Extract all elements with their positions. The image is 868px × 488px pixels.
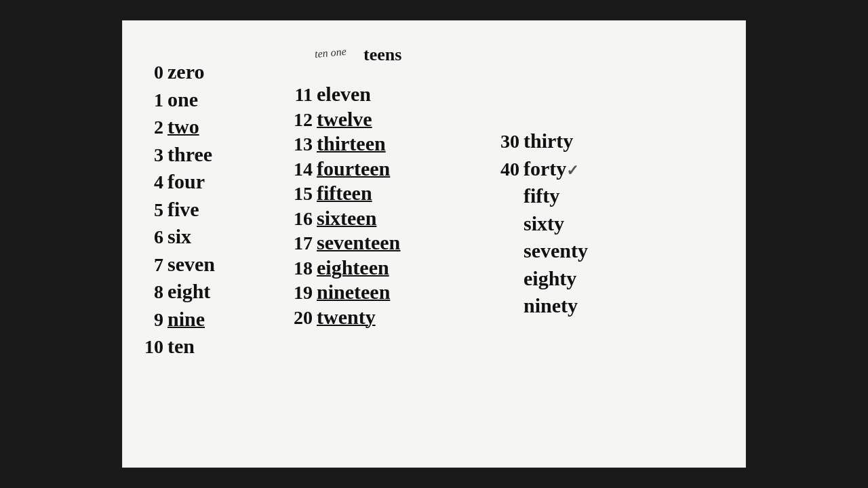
word-seventeen: seventeen	[317, 231, 400, 255]
number-17: 17	[282, 232, 313, 254]
word-sixteen: sixteen	[317, 207, 376, 230]
number-16: 16	[282, 208, 313, 230]
word-eleven: eleven	[317, 83, 371, 106]
word-thirteen: thirteen	[317, 132, 386, 156]
word-fifteen: fifteen	[317, 182, 372, 205]
row-eight: 8eight	[133, 280, 282, 304]
word-one: one	[167, 88, 198, 112]
word-ninety: ninety	[524, 294, 578, 318]
number-10: 10	[133, 336, 163, 358]
word-seventy: seventy	[524, 239, 588, 263]
column-1: 0zero1one2two3three4four5five6six7seven8…	[133, 41, 282, 453]
number-1: 1	[133, 89, 163, 111]
number-20: 20	[282, 307, 313, 329]
word-eighteen: eighteen	[317, 256, 389, 280]
word-zero: zero	[167, 60, 204, 84]
row-nineteen: 19nineteen	[282, 281, 492, 304]
word-eight: eight	[167, 280, 210, 304]
word-three: three	[167, 143, 212, 167]
number-8: 8	[133, 281, 163, 303]
row-ninety: 90ninety	[492, 294, 662, 318]
row-four: 4four	[133, 170, 282, 194]
number-19: 19	[282, 282, 313, 304]
word-forty: forty✓	[524, 157, 578, 181]
word-fifty: fifty	[524, 184, 559, 208]
row-fifteen: 15fifteen	[282, 182, 492, 205]
number-15: 15	[282, 183, 313, 205]
ten-one-label: ten one	[314, 45, 347, 60]
row-fifty: 50fifty	[492, 184, 662, 208]
word-seven: seven	[167, 253, 215, 277]
row-seventeen: 17seventeen	[282, 231, 492, 255]
number-14: 14	[282, 159, 313, 180]
teens-label: teens	[363, 45, 401, 65]
row-nine: 9nine	[133, 308, 282, 331]
word-five: five	[167, 198, 199, 222]
row-three: 3three	[133, 143, 282, 167]
word-twelve: twelve	[317, 108, 372, 131]
row-eighteen: 18eighteen	[282, 256, 492, 280]
row-forty: 40forty✓	[492, 157, 662, 181]
number-13: 13	[282, 134, 313, 155]
number-2: 2	[133, 117, 163, 138]
word-eighty: eighty	[524, 267, 576, 291]
word-fourteen: fourteen	[317, 157, 390, 181]
row-twenty: 20twenty	[282, 306, 492, 329]
number-9: 9	[133, 309, 163, 331]
whiteboard: 0zero1one2two3three4four5five6six7seven8…	[122, 20, 746, 468]
row-thirty: 30thirty	[492, 129, 662, 153]
row-one: 1one	[133, 88, 282, 112]
column-2: ten one teens 11eleven12twelve13thirteen…	[282, 41, 492, 453]
row-fourteen: 14fourteen	[282, 157, 492, 181]
column-3: 30thirty40forty✓50fifty60sixty70seventy8…	[492, 41, 662, 453]
number-12: 12	[282, 109, 313, 131]
row-seventy: 70seventy	[492, 239, 662, 263]
number-3: 3	[133, 144, 163, 166]
number-30: 30	[492, 131, 519, 152]
word-thirty: thirty	[524, 129, 573, 153]
row-sixty: 60sixty	[492, 212, 662, 236]
word-nineteen: nineteen	[317, 281, 390, 304]
word-ten: ten	[167, 335, 195, 359]
word-nine: nine	[167, 308, 205, 331]
word-sixty: sixty	[524, 212, 564, 236]
row-sixteen: 16sixteen	[282, 207, 492, 230]
row-seven: 7seven	[133, 253, 282, 277]
row-thirteen: 13thirteen	[282, 132, 492, 156]
number-6: 6	[133, 226, 163, 248]
row-two: 2two	[133, 115, 282, 139]
number-0: 0	[133, 62, 163, 83]
row-eleven: 11eleven	[282, 83, 492, 106]
number-40: 40	[492, 159, 519, 180]
number-7: 7	[133, 254, 163, 276]
word-four: four	[167, 170, 205, 194]
row-twelve: 12twelve	[282, 108, 492, 131]
teens-header: ten one teens	[282, 41, 492, 79]
number-4: 4	[133, 171, 163, 193]
row-six: 6six	[133, 225, 282, 249]
word-six: six	[167, 225, 191, 249]
row-zero: 0zero	[133, 60, 282, 84]
number-18: 18	[282, 258, 313, 279]
row-five: 5five	[133, 198, 282, 222]
word-twenty: twenty	[317, 306, 376, 329]
row-ten: 10ten	[133, 335, 282, 359]
row-eighty: 80eighty	[492, 267, 662, 291]
number-5: 5	[133, 199, 163, 221]
number-11: 11	[282, 84, 313, 106]
word-two: two	[167, 115, 199, 139]
